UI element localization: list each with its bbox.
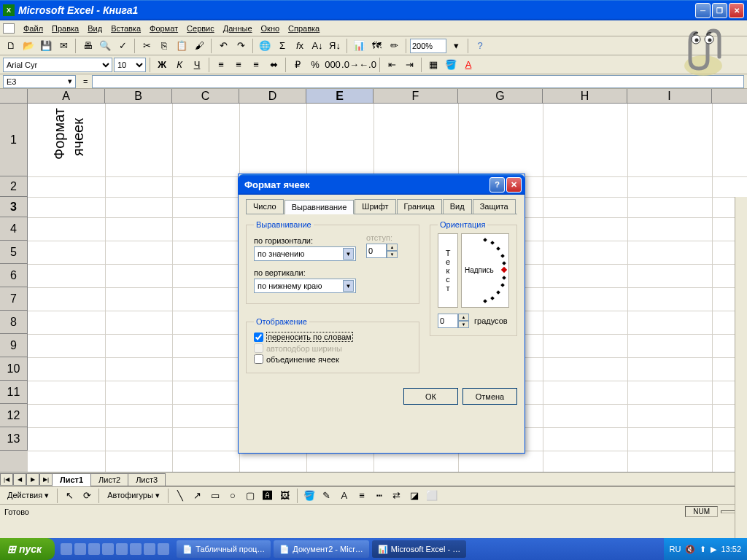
open-icon[interactable]: 📂 [20,38,36,54]
start-button[interactable]: ⊞пуск [0,538,55,560]
sheet-nav-first[interactable]: |◀ [0,473,13,486]
align-right-icon[interactable]: ≡ [248,57,264,73]
tray-icon[interactable]: 🔇 [685,545,695,554]
quick-launch-icon[interactable] [88,543,100,555]
zoom-select[interactable]: 200% [410,39,446,53]
vertical-text-button[interactable]: Текст [438,233,458,308]
degrees-spinner[interactable]: ▲▼ [438,314,470,328]
sheet-tab-2[interactable]: Лист2 [90,473,128,486]
cancel-button[interactable]: Отмена [462,388,517,405]
tab-font[interactable]: Шрифт [355,199,395,214]
arrow-style-icon[interactable]: ⇄ [389,488,405,504]
actions-menu[interactable]: Действия ▾ [3,489,53,502]
drawing-icon[interactable]: ✏ [386,38,402,54]
indent-spinner[interactable]: ▲▼ [366,244,398,258]
select-objects-icon[interactable]: ↖ [61,488,77,504]
col-header-c[interactable]: C [172,89,239,103]
vertical-scrollbar[interactable] [735,197,747,560]
menu-view[interactable]: Вид [83,23,107,34]
cut-icon[interactable]: ✂ [139,38,155,54]
name-box[interactable]: E3▾ [3,75,76,88]
quick-launch-icon[interactable] [74,543,86,555]
hyperlink-icon[interactable]: 🌐 [257,38,273,54]
sheet-tab-3[interactable]: Лист3 [128,473,166,486]
copy-icon[interactable]: ⎘ [156,38,172,54]
shadow-icon[interactable]: ◪ [406,488,422,504]
format-painter-icon[interactable]: 🖌 [191,38,207,54]
3d-icon[interactable]: ⬜ [424,488,440,504]
font-size-select[interactable]: 10 [114,58,146,72]
row-header-10[interactable]: 10 [0,357,28,381]
tray-icon[interactable]: ⬆ [700,545,706,554]
sheet-tab-1[interactable]: Лист1 [52,473,91,486]
row-header-6[interactable]: 6 [0,264,28,287]
line-color-icon[interactable]: ✎ [319,488,335,504]
print-icon[interactable]: 🖶 [80,38,96,54]
menu-tools[interactable]: Сервис [182,23,219,34]
underline-button[interactable]: Ч [189,57,205,73]
row-header-1[interactable]: 1 [0,104,28,176]
menu-format[interactable]: Формат [145,23,182,34]
autosum-icon[interactable]: Σ [274,38,290,54]
quick-launch-icon[interactable] [144,543,155,555]
tab-alignment[interactable]: Выравнивание [285,200,355,214]
arrow-icon[interactable]: ↗ [190,488,206,504]
maximize-button[interactable]: ❐ [712,3,727,18]
taskbar-task-word1[interactable]: 📄 Табличный проц… [177,540,271,558]
menu-insert[interactable]: Вставка [107,23,145,34]
merge-center-icon[interactable]: ⬌ [266,57,282,73]
taskbar-task-excel[interactable]: 📊 Microsoft Excel - … [372,540,466,558]
zoom-dropdown-icon[interactable]: ▾ [448,38,464,54]
row-header-8[interactable]: 8 [0,311,28,334]
wrap-text-checkbox[interactable]: переносить по словам [254,332,411,342]
align-center-icon[interactable]: ≡ [231,57,247,73]
row-header-4[interactable]: 4 [0,217,28,241]
rotate-icon[interactable]: ⟳ [79,488,95,504]
rectangle-icon[interactable]: ▭ [207,488,223,504]
col-header-g[interactable]: G [458,89,543,103]
row-header-9[interactable]: 9 [0,334,28,357]
line-icon[interactable]: ╲ [172,488,188,504]
mail-icon[interactable]: ✉ [55,38,71,54]
ok-button[interactable]: ОК [403,388,458,405]
bold-button[interactable]: Ж [154,57,170,73]
menu-window[interactable]: Окно [257,23,285,34]
close-button[interactable]: ✕ [729,3,744,18]
borders-icon[interactable]: ▦ [425,57,441,73]
col-header-h[interactable]: H [543,89,627,103]
redo-icon[interactable]: ↷ [233,38,249,54]
quick-launch-icon[interactable] [158,543,169,555]
quick-launch-icon[interactable] [102,543,114,555]
language-indicator[interactable]: RU [670,545,681,553]
menu-help[interactable]: Справка [284,23,324,34]
row-header-5[interactable]: 5 [0,241,28,264]
dialog-titlebar[interactable]: Формат ячеек ? ✕ [239,174,525,195]
sheet-nav-last[interactable]: ▶| [39,473,53,486]
col-header-f[interactable]: F [374,89,458,103]
taskbar-task-word2[interactable]: 📄 Документ2 - Micr… [274,540,368,558]
oval-icon[interactable]: ○ [225,488,241,504]
dash-style-icon[interactable]: ┅ [371,488,387,504]
col-header-d[interactable]: D [239,89,306,103]
fill-color-icon[interactable]: 🪣 [443,57,459,73]
clock[interactable]: 13:52 [721,545,741,553]
vertical-combo[interactable]: по нижнему краю▼ [254,279,356,293]
sort-asc-icon[interactable]: A↓ [309,38,325,54]
italic-button[interactable]: К [171,57,187,73]
select-all-corner[interactable] [0,89,28,103]
menu-edit[interactable]: Правка [47,23,83,34]
dialog-close-button[interactable]: ✕ [506,177,522,192]
tab-number[interactable]: Число [246,199,284,214]
col-header-e[interactable]: E [306,89,374,103]
tab-border[interactable]: Граница [397,199,442,214]
row-header-7[interactable]: 7 [0,287,28,311]
sheet-nav-next[interactable]: ▶ [26,473,39,486]
preview-icon[interactable]: 🔍 [97,38,113,54]
textbox-icon[interactable]: ▢ [242,488,258,504]
quick-launch-icon[interactable] [130,543,142,555]
clipart-icon[interactable]: 🖼 [277,488,293,504]
row-header-13[interactable]: 13 [0,427,28,451]
increase-indent-icon[interactable]: ⇥ [401,57,417,73]
minimize-button[interactable]: ─ [695,3,711,18]
undo-icon[interactable]: ↶ [215,38,231,54]
